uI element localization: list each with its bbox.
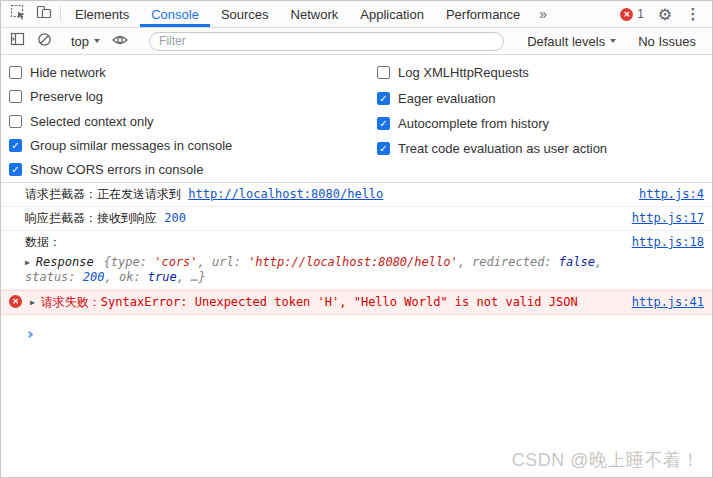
message-text: 请求失败：SyntaxError: Unexpected token 'H', … — [41, 295, 578, 309]
tab-console[interactable]: Console — [140, 1, 210, 27]
tab-network[interactable]: Network — [280, 1, 350, 27]
checkbox-label: Preserve log — [30, 89, 103, 104]
checkbox-label: Eager evaluation — [398, 91, 496, 106]
inspect-cursor-icon — [10, 4, 26, 24]
console-log-row: 请求拦截器：正在发送请求到 http://localhost:8080/hell… — [1, 183, 712, 207]
tabbar-right-controls: ✕ 1 ⚙ ⋮ — [614, 1, 706, 27]
checkbox-preserve-log[interactable]: Preserve log — [9, 84, 377, 108]
checkbox-unchecked-icon[interactable] — [9, 66, 22, 79]
settings-column-left: Hide networkPreserve logSelected context… — [9, 60, 377, 182]
clear-console-icon — [37, 32, 52, 51]
javascript-context-selector[interactable]: top — [64, 34, 107, 49]
filter-input[interactable] — [149, 32, 504, 51]
issues-status[interactable]: No Issues — [630, 34, 704, 49]
checkbox-unchecked-icon[interactable] — [9, 115, 22, 128]
expand-arrow-icon[interactable]: ▶ — [30, 295, 35, 310]
log-levels-label: Default levels — [527, 34, 605, 49]
console-sidebar-icon — [10, 32, 26, 50]
message-content: 响应拦截器：接收到响应 200 — [25, 211, 620, 226]
message-content: 请求拦截器：正在发送请求到 http://localhost:8080/hell… — [25, 187, 627, 202]
message-line: 数据： — [25, 235, 620, 250]
console-log-row: 响应拦截器：接收到响应 200http.js:17 — [1, 207, 712, 231]
message-text: , …} — [177, 270, 206, 284]
more-tabs-button[interactable]: » — [531, 1, 555, 27]
checkbox-label: Selected context only — [30, 114, 154, 129]
source-link[interactable]: http.js:4 — [639, 187, 704, 202]
settings-column-right: Log XMLHttpRequests✓Eager evaluation✓Aut… — [377, 60, 607, 182]
checkbox-show-cors-errors-in-console[interactable]: ✓Show CORS errors in console — [9, 158, 377, 182]
message-link[interactable]: http://localhost:8080/hello — [188, 187, 383, 201]
checkbox-label: Hide network — [30, 65, 106, 80]
console-log-row: 数据：▶Response{type: 'cors', url: 'http://… — [1, 231, 712, 290]
tab-performance[interactable]: Performance — [435, 1, 531, 27]
checkbox-checked-icon[interactable]: ✓ — [377, 142, 390, 155]
kebab-menu-icon: ⋮ — [686, 5, 701, 23]
checkbox-group-similar-messages-in-console[interactable]: ✓Group similar messages in console — [9, 133, 377, 157]
tab-application[interactable]: Application — [349, 1, 435, 27]
console-error-row: ✕▶请求失败：SyntaxError: Unexpected token 'H'… — [1, 290, 712, 315]
checkbox-hide-network[interactable]: Hide network — [9, 60, 377, 84]
log-levels-dropdown[interactable]: Default levels — [520, 34, 623, 49]
source-link[interactable]: http.js:17 — [632, 211, 704, 226]
message-text: true — [148, 270, 177, 284]
tab-elements[interactable]: Elements — [64, 1, 140, 27]
message-text: , redirected: — [458, 255, 559, 269]
message-text: 'http://localhost:8080/hello' — [248, 255, 458, 269]
console-prompt[interactable] — [1, 315, 712, 341]
live-expression-button[interactable] — [107, 32, 133, 50]
checkbox-autocomplete-from-history[interactable]: ✓Autocomplete from history — [377, 111, 607, 136]
error-count-badge[interactable]: ✕ 1 — [614, 7, 650, 21]
message-text: 'cors' — [154, 255, 197, 269]
message-text: 响应拦截器：接收到响应 — [25, 211, 164, 225]
chevron-down-icon — [94, 39, 100, 43]
checkbox-label: Autocomplete from history — [398, 116, 549, 131]
console-messages: 请求拦截器：正在发送请求到 http://localhost:8080/hell… — [1, 183, 712, 315]
checkbox-treat-code-evaluation-as-user-action[interactable]: ✓Treat code evaluation as user action — [377, 136, 607, 161]
checkbox-checked-icon[interactable]: ✓ — [9, 163, 22, 176]
watermark: CSDN @晚上睡不着！ — [512, 448, 700, 472]
checkbox-unchecked-icon[interactable] — [9, 90, 22, 103]
message-text: , url: — [198, 255, 249, 269]
object-name: Response — [36, 255, 94, 269]
inspect-element-button[interactable] — [5, 1, 31, 27]
object-preview-line: ▶Response{type: 'cors', url: 'http://loc… — [25, 255, 620, 285]
message-text: , ok: — [104, 270, 147, 284]
message-text: 200 — [164, 211, 186, 225]
checkbox-log-xmlhttprequests[interactable]: Log XMLHttpRequests — [377, 60, 607, 85]
source-link[interactable]: http.js:41 — [632, 295, 704, 310]
source-link[interactable]: http.js:18 — [632, 235, 704, 250]
message-text: {type: — [104, 255, 155, 269]
device-toolbar-icon — [36, 4, 52, 24]
message-content: ▶请求失败：SyntaxError: Unexpected token 'H',… — [30, 295, 620, 310]
error-icon: ✕ — [9, 295, 22, 308]
checkbox-checked-icon[interactable]: ✓ — [377, 92, 390, 105]
message-content: 数据：▶Response{type: 'cors', url: 'http://… — [25, 235, 620, 285]
message-text: 数据： — [25, 235, 61, 249]
object-preview: {type: 'cors', url: 'http://localhost:80… — [25, 255, 602, 284]
checkbox-label: Show CORS errors in console — [30, 162, 203, 177]
devtools-tabbar: ElementsConsoleSourcesNetworkApplication… — [1, 1, 712, 28]
context-label: top — [71, 34, 89, 49]
message-text: 200 — [83, 270, 105, 284]
checkbox-checked-icon[interactable]: ✓ — [9, 139, 22, 152]
settings-button[interactable]: ⚙ — [652, 5, 678, 24]
tab-strip: ElementsConsoleSourcesNetworkApplication… — [64, 1, 531, 27]
device-toolbar-button[interactable] — [31, 1, 57, 27]
checkbox-label: Group similar messages in console — [30, 138, 232, 153]
eye-icon — [112, 32, 128, 50]
expand-arrow-icon[interactable]: ▶ — [25, 255, 30, 270]
tab-sources[interactable]: Sources — [210, 1, 280, 27]
devtools-window: ElementsConsoleSourcesNetworkApplication… — [0, 0, 713, 478]
checkbox-selected-context-only[interactable]: Selected context only — [9, 109, 377, 133]
error-count: 1 — [637, 7, 644, 21]
checkbox-unchecked-icon[interactable] — [377, 66, 390, 79]
prompt-chevron-icon — [26, 331, 33, 338]
message-text: false — [559, 255, 595, 269]
toolbar-divider — [60, 6, 61, 22]
main-menu-button[interactable]: ⋮ — [680, 5, 706, 23]
console-settings-pane: Hide networkPreserve logSelected context… — [1, 55, 712, 183]
checkbox-checked-icon[interactable]: ✓ — [377, 117, 390, 130]
console-sidebar-button[interactable] — [5, 32, 31, 50]
checkbox-eager-evaluation[interactable]: ✓Eager evaluation — [377, 85, 607, 110]
clear-console-button[interactable] — [31, 32, 57, 51]
